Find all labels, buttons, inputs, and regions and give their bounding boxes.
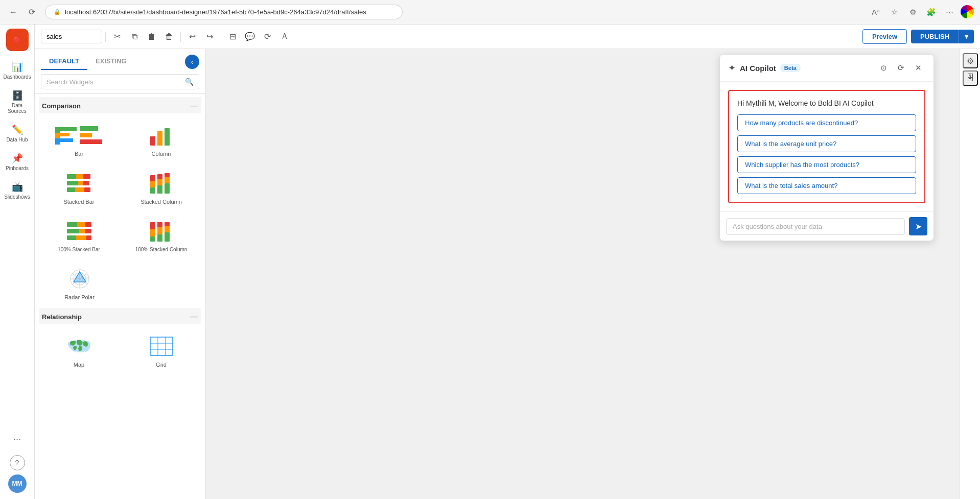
copy-button[interactable]: ⧉	[126, 29, 143, 45]
svg-rect-7	[80, 126, 98, 131]
translate-button[interactable]: Ａ	[276, 29, 293, 45]
ai-settings-button[interactable]: ⊙	[876, 61, 891, 75]
aa-button[interactable]: Aᵃ	[869, 5, 883, 19]
widget-radar-polar[interactable]: Radar Polar	[41, 259, 118, 305]
reload-button[interactable]: ⟳	[25, 5, 39, 19]
address-bar[interactable]: 🔒 localhost:62037/bi/site/site1/dashboar…	[45, 5, 403, 19]
svg-rect-28	[165, 183, 170, 194]
100-stacked-bar-chart-icon	[66, 218, 92, 245]
ai-copilot-icon: ✦	[728, 62, 736, 74]
ai-welcome-area: Hi Mythili M, Welcome to Bold BI AI Copi…	[728, 90, 925, 203]
svg-rect-31	[67, 222, 77, 227]
svg-rect-23	[150, 181, 155, 187]
help-button[interactable]: ?	[10, 455, 25, 470]
extensions-button[interactable]: 🧩	[924, 5, 938, 19]
100-stacked-bar-label: 100% Stacked Bar	[58, 247, 100, 252]
more-button[interactable]: ⋯	[942, 5, 956, 19]
preview-button[interactable]: Preview	[862, 29, 907, 44]
widget-100-stacked-column[interactable]: 100% Stacked Column	[121, 211, 201, 257]
ai-suggestion-4[interactable]: What is the total sales amount?	[737, 177, 916, 194]
ai-footer: ➤	[720, 211, 934, 241]
settings-button[interactable]: ⚙	[905, 5, 920, 19]
widget-bar[interactable]: Bar	[39, 115, 119, 161]
back-button[interactable]: ←	[6, 5, 20, 19]
app: 🔴 📊 Dashboards 🗄️ Data Sources ✏️ Data H…	[0, 25, 980, 499]
svg-rect-34	[67, 229, 79, 233]
svg-rect-37	[67, 235, 76, 240]
svg-rect-33	[85, 222, 91, 227]
right-database-button[interactable]: 🗄	[963, 70, 978, 86]
delete-button[interactable]: 🗑	[144, 29, 160, 45]
ai-suggestion-3[interactable]: Which supplier has the most products?	[737, 156, 916, 173]
search-input[interactable]	[46, 78, 182, 86]
cut-button[interactable]: ✂	[109, 29, 125, 45]
ai-suggestion-2[interactable]: What is the average unit price?	[737, 135, 916, 152]
100-stacked-column-chart-icon	[148, 218, 175, 245]
browser-bar: ← ⟳ 🔒 localhost:62037/bi/site/site1/dash…	[0, 0, 980, 25]
browser-actions: Aᵃ ☆ ⚙ 🧩 ⋯	[869, 5, 974, 19]
sidebar-item-pinboards[interactable]: 📌 Pinboards	[3, 149, 32, 175]
ai-suggestion-1[interactable]: How many products are discontinued?	[737, 114, 916, 131]
svg-rect-24	[150, 175, 155, 181]
tab-default[interactable]: DEFAULT	[41, 53, 87, 70]
comment-button[interactable]: 💬	[242, 29, 258, 45]
stacked-column-label: Stacked Column	[141, 199, 182, 205]
sidebar-item-dashboards[interactable]: 📊 Dashboards	[3, 57, 32, 84]
ai-close-button[interactable]: ✕	[911, 61, 925, 75]
svg-rect-35	[79, 229, 85, 233]
clear-button[interactable]: 🗑	[161, 29, 177, 45]
ai-copilot-header: ✦ AI Copilot Beta ⊙ ⟳ ✕	[720, 55, 934, 82]
redo-button[interactable]: ↪	[201, 29, 218, 45]
sidebar-item-slideshows[interactable]: 📺 Slideshows	[3, 177, 32, 204]
filter-button[interactable]: ⊟	[224, 29, 241, 45]
publish-button[interactable]: PUBLISH	[911, 30, 959, 43]
tab-collapse-button[interactable]: ‹	[185, 55, 199, 69]
widget-list: Comparison —	[35, 94, 205, 499]
right-panel: ⚙ 🗄	[960, 49, 980, 499]
svg-rect-39	[86, 235, 91, 240]
relationship-toggle[interactable]: —	[190, 312, 198, 321]
search-icon[interactable]: 🔍	[185, 78, 194, 86]
dashboards-icon: 📊	[12, 61, 23, 73]
comparison-toggle[interactable]: —	[190, 101, 198, 110]
sidebar-item-data-hub[interactable]: ✏️ Data Hub	[3, 120, 32, 147]
svg-rect-5	[55, 138, 73, 142]
undo-button[interactable]: ↩	[184, 29, 200, 45]
svg-rect-22	[150, 187, 155, 194]
user-avatar[interactable]: MM	[8, 474, 27, 493]
ai-input[interactable]	[726, 218, 905, 235]
widget-grid[interactable]: Grid	[121, 326, 201, 372]
svg-marker-56	[74, 272, 86, 282]
svg-rect-40	[150, 236, 155, 242]
dashboard-name-input[interactable]	[41, 30, 102, 43]
svg-rect-25	[157, 185, 162, 194]
app-logo[interactable]: 🔴	[6, 29, 29, 51]
ai-refresh-button[interactable]: ⟳	[894, 61, 908, 75]
lock-icon: 🔒	[54, 9, 61, 15]
ai-send-button[interactable]: ➤	[909, 217, 927, 235]
refresh-button[interactable]: ⟳	[259, 29, 275, 45]
ai-copilot-panel: ✦ AI Copilot Beta ⊙ ⟳ ✕ Hi Mythili M, We…	[719, 54, 934, 241]
sidebar-item-data-sources[interactable]: 🗄️ Data Sources	[3, 86, 32, 118]
more-options[interactable]: ···	[9, 430, 25, 449]
svg-rect-14	[76, 174, 83, 179]
bookmark-button[interactable]: ☆	[887, 5, 901, 19]
right-settings-button[interactable]: ⚙	[963, 53, 978, 68]
svg-rect-46	[165, 232, 170, 242]
widget-map[interactable]: Map	[39, 326, 119, 372]
logo-icon: 🔴	[13, 36, 21, 43]
bar-label: Bar	[75, 151, 83, 157]
widget-100-stacked-bar[interactable]: 100% Stacked Bar	[39, 211, 119, 257]
widget-stacked-column[interactable]: Stacked Column	[121, 163, 201, 209]
widget-panel: DEFAULT EXISTING ‹ 🔍 Comparison —	[35, 49, 206, 499]
map-chart-icon	[66, 333, 92, 360]
pinboards-icon: 📌	[12, 153, 23, 164]
widget-column[interactable]: Column	[121, 115, 201, 161]
tab-existing[interactable]: EXISTING	[87, 53, 135, 70]
svg-rect-18	[83, 181, 89, 185]
svg-rect-47	[165, 226, 170, 232]
widget-stacked-bar[interactable]: Stacked Bar	[39, 163, 119, 209]
avatar-initials: MM	[12, 480, 22, 487]
profile-icon[interactable]	[961, 5, 974, 18]
publish-dropdown-button[interactable]: ▼	[959, 30, 974, 43]
